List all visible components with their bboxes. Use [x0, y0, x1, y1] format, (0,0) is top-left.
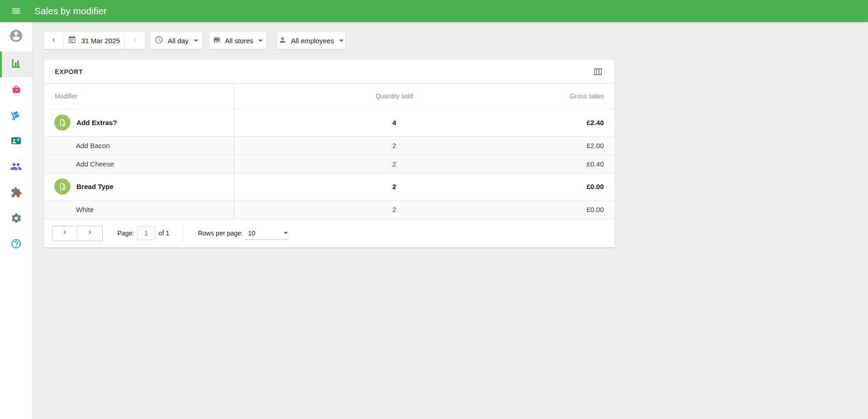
- column-header-gross-sales: Gross sales: [555, 84, 614, 109]
- modifier-document-icon: [54, 115, 70, 131]
- quantity-sold-value: 2: [234, 155, 555, 173]
- contact-card-icon: [10, 135, 22, 149]
- page-label: Page:: [117, 230, 134, 237]
- dropdown-caret-icon: [258, 40, 263, 42]
- page-number-input[interactable]: [137, 226, 156, 240]
- store-filter-value: All stores: [225, 37, 254, 45]
- gear-icon: [11, 212, 22, 226]
- chevron-left-icon: [61, 229, 69, 238]
- rows-per-page-select[interactable]: 10: [245, 227, 289, 240]
- quantity-sold-value: 2: [234, 200, 555, 218]
- sidebar-item-help[interactable]: [0, 232, 32, 258]
- rows-per-page-value: 10: [248, 230, 255, 237]
- modifier-name: Bread Type: [76, 183, 114, 190]
- sidebar: [0, 22, 33, 419]
- hamburger-menu-icon[interactable]: [5, 0, 27, 22]
- table-row: Add Bacon 2 £2.00: [44, 136, 614, 155]
- chevron-right-icon: [131, 36, 139, 46]
- date-navigator: 31 Mar 2025: [44, 32, 145, 49]
- clock-icon: [155, 35, 163, 46]
- divider: [183, 226, 184, 241]
- person-icon: [278, 36, 287, 46]
- sidebar-item-reports[interactable]: [0, 52, 32, 77]
- report-card: EXPORT Modifier Quantity sold Gross sale…: [44, 60, 614, 247]
- previous-page-button[interactable]: [52, 226, 77, 241]
- store-icon: [213, 36, 221, 46]
- sidebar-item-customers[interactable]: [0, 129, 32, 155]
- sidebar-item-integrations[interactable]: [0, 180, 32, 206]
- modifier-option-name: Add Bacon: [76, 142, 110, 149]
- store-filter-button[interactable]: All stores: [209, 32, 266, 49]
- help-icon: [11, 238, 22, 251]
- table-row: White 2 £0.00: [44, 200, 614, 218]
- table-row: Add Cheese 2 £0.40: [44, 155, 614, 173]
- pagination-bar: Page: of 1 Rows per page: 10: [44, 218, 614, 247]
- shopping-basket-icon: [11, 84, 22, 97]
- time-filter-value: All day: [168, 37, 188, 45]
- employee-filter-value: All employees: [291, 37, 334, 45]
- column-picker-button[interactable]: [591, 65, 604, 78]
- page-count-label: of 1: [159, 230, 169, 237]
- modifier-name: Add Extras?: [76, 119, 117, 126]
- people-icon: [10, 161, 22, 174]
- next-day-button[interactable]: [124, 32, 145, 49]
- sidebar-item-employees[interactable]: [0, 155, 32, 180]
- gross-sales-value: £0.40: [555, 155, 614, 173]
- view-columns-icon: [593, 67, 603, 77]
- export-button[interactable]: EXPORT: [55, 68, 83, 75]
- page-title: Sales by modifier: [35, 6, 107, 17]
- chevron-left-icon: [50, 36, 58, 46]
- table-row: Bread Type 2 £0.00: [44, 173, 614, 200]
- next-page-button[interactable]: [77, 226, 103, 241]
- handtruck-icon: [10, 109, 22, 123]
- gross-sales-value: £2.40: [555, 109, 614, 136]
- avatar-icon: [9, 29, 23, 45]
- bar-chart-icon: [10, 57, 22, 71]
- quantity-sold-value: 2: [234, 173, 555, 200]
- quantity-sold-value: 4: [234, 109, 555, 136]
- gross-sales-value: £0.00: [555, 200, 614, 218]
- rows-per-page-label: Rows per page:: [198, 230, 243, 237]
- previous-day-button[interactable]: [44, 32, 64, 49]
- table-header-row: Modifier Quantity sold Gross sales: [44, 84, 614, 109]
- quantity-sold-value: 2: [234, 136, 555, 155]
- dropdown-caret-icon: [339, 40, 344, 42]
- modifier-document-icon: [54, 178, 70, 195]
- column-header-modifier: Modifier: [44, 84, 234, 109]
- chevron-right-icon: [86, 229, 93, 238]
- date-picker-button[interactable]: 31 Mar 2025: [64, 32, 124, 49]
- sidebar-item-account[interactable]: [0, 22, 32, 52]
- sidebar-item-items[interactable]: [0, 77, 32, 103]
- top-app-bar: Sales by modifier: [0, 0, 868, 22]
- sidebar-item-inventory[interactable]: [0, 103, 32, 129]
- column-header-quantity-sold: Quantity sold: [234, 84, 555, 109]
- dropdown-caret-icon: [284, 232, 288, 234]
- calendar-icon: [68, 35, 76, 46]
- sales-by-modifier-table: Modifier Quantity sold Gross sales: [44, 84, 614, 218]
- gross-sales-value: £2.00: [555, 136, 614, 155]
- modifier-option-name: White: [76, 206, 93, 213]
- gross-sales-value: £0.00: [555, 173, 614, 200]
- puzzle-icon: [11, 187, 22, 200]
- dropdown-caret-icon: [194, 40, 198, 42]
- sidebar-item-settings[interactable]: [0, 206, 32, 232]
- employee-filter-button[interactable]: All employees: [277, 32, 345, 49]
- modifier-option-name: Add Cheese: [76, 160, 114, 168]
- card-header: EXPORT: [44, 60, 614, 84]
- selected-date: 31 Mar 2025: [81, 37, 120, 45]
- table-row: Add Extras? 4 £2.40: [44, 109, 614, 136]
- time-filter-button[interactable]: All day: [150, 32, 203, 49]
